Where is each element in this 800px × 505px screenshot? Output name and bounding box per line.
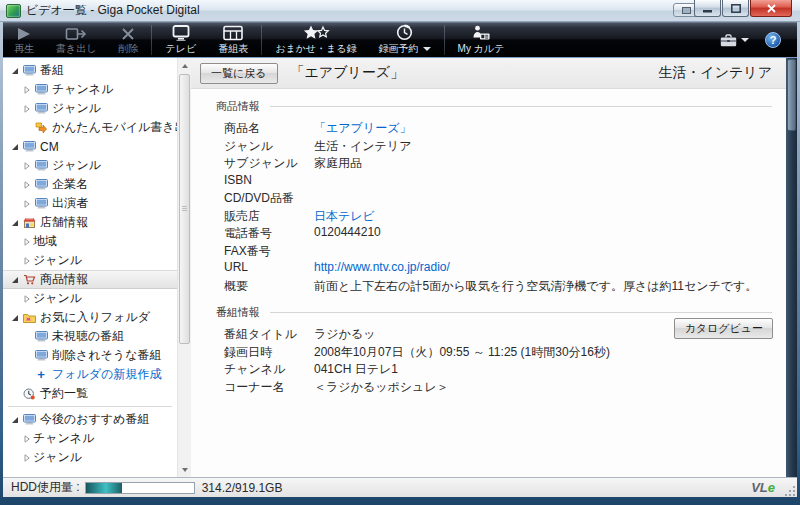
tree-collapsed-icon[interactable] — [21, 181, 33, 189]
program-info-section: 番組情報 番組タイトルラジかるッ録画日時2008年10月07日（火）09:55 … — [191, 295, 786, 396]
field-value-link[interactable]: http://www.ntv.co.jp/radio/ — [314, 260, 450, 274]
detail-panel: 一覧に戻る 「エアブリーズ」 生活・インテリア 商品情報 商品名「エアブリーズ」… — [191, 58, 786, 477]
field-value-link[interactable]: 「エアブリーズ」 — [314, 120, 411, 137]
monitor-icon — [21, 65, 37, 76]
tree-collapsed-icon[interactable] — [21, 238, 33, 246]
sidebar-item-7[interactable]: 出演者 — [3, 194, 177, 213]
tree-collapsed-icon[interactable] — [21, 435, 33, 443]
sidebar-item-4[interactable]: CM — [3, 137, 177, 156]
delete-button[interactable]: 削除 — [107, 23, 149, 57]
field-row: 概要前面と上下左右の計5面から吸気を行う空気清浄機です。厚さは約11センチです。 — [191, 278, 786, 296]
section-rule — [270, 312, 772, 313]
monitor-icon — [21, 141, 37, 152]
plus-icon: + — [33, 370, 49, 380]
omakase-record-button[interactable]: おまかせ・まる録 — [264, 23, 367, 57]
tree-collapsed-icon[interactable] — [21, 162, 33, 170]
maximize-icon — [731, 4, 741, 13]
sidebar-item-label: ジャンル — [33, 449, 82, 466]
sidebar-item-5[interactable]: ジャンル — [3, 156, 177, 175]
favorites-folder-icon — [21, 312, 37, 323]
sidebar-item-1[interactable]: チャンネル — [3, 80, 177, 99]
sidebar-item-12[interactable]: ジャンル — [3, 289, 177, 308]
play-button[interactable]: 再生 — [3, 23, 45, 57]
tv-button[interactable]: テレビ — [154, 23, 207, 57]
tree-collapsed-icon[interactable] — [21, 257, 33, 265]
sidebar-item-17[interactable]: 予約一覧 — [3, 384, 177, 403]
catalog-view-button[interactable]: カタログビュー — [674, 318, 773, 339]
scroll-up-button[interactable] — [178, 58, 191, 73]
sidebar-item-21[interactable]: ジャンル — [3, 448, 177, 467]
sidebar-scrollbar[interactable] — [177, 58, 191, 477]
mobile-export-icon — [33, 122, 49, 133]
tree-collapsed-icon[interactable] — [21, 295, 33, 303]
field-label: コーナー名 — [224, 379, 314, 396]
sidebar-item-10[interactable]: ジャンル — [3, 251, 177, 270]
tree-collapsed-icon[interactable] — [21, 86, 33, 94]
tools-menu-button[interactable] — [720, 34, 749, 47]
content-scrollbar[interactable] — [786, 58, 797, 477]
field-value: 前面と上下左右の計5面から吸気を行う空気清浄機です。厚さは約11センチです。 — [314, 278, 757, 295]
sidebar-item-3[interactable]: かんたんモバイル書き出し — [3, 118, 177, 137]
field-label: 録画日時 — [224, 344, 314, 361]
cart-icon — [21, 274, 37, 285]
section-rule — [270, 106, 772, 107]
sidebar-item-9[interactable]: 地域 — [3, 232, 177, 251]
tree-collapsed-icon[interactable] — [21, 454, 33, 462]
my-karte-button[interactable]: My カルテ — [447, 23, 516, 57]
program-guide-button[interactable]: 番組表 — [207, 23, 259, 57]
sidebar-item-8[interactable]: 店舗情報 — [3, 213, 177, 232]
maximize-button[interactable] — [722, 0, 749, 17]
sidebar-item-2[interactable]: ジャンル — [3, 99, 177, 118]
sidebar-item-label: ジャンル — [33, 252, 82, 269]
sidebar-item-0[interactable]: 番組 — [3, 61, 177, 80]
field-value: 2008年10月07日（火）09:55 ～ 11:25 (1時間30分16秒) — [314, 344, 610, 361]
store-icon — [21, 217, 37, 228]
field-row: URLhttp://www.ntv.co.jp/radio/ — [191, 260, 786, 278]
tree-expanded-icon[interactable] — [9, 314, 21, 322]
sidebar-item-6[interactable]: 企業名 — [3, 175, 177, 194]
field-value-link[interactable]: 日本テレビ — [314, 208, 375, 225]
monitor-icon — [33, 84, 49, 95]
field-value: 0120444210 — [314, 225, 381, 239]
tree-expanded-icon[interactable] — [9, 219, 21, 227]
main-toolbar: 再生 書き出し 削除 テレビ 番組表 おまかせ・まる録 録画予約 — [3, 22, 797, 57]
field-label: 電話番号 — [224, 225, 314, 242]
person-card-icon — [471, 24, 491, 41]
tree-expanded-icon[interactable] — [9, 67, 21, 75]
scrollbar-thumb[interactable] — [787, 59, 796, 131]
toolbar-separator — [444, 25, 445, 55]
hdd-usage-label: HDD使用量 : — [11, 479, 80, 496]
sidebar-item-label: 商品情報 — [40, 271, 88, 288]
field-row: 電話番号0120444210 — [191, 225, 786, 243]
sidebar-item-label: 店舗情報 — [40, 214, 88, 231]
reserve-clock-icon — [21, 388, 37, 400]
record-reserve-button[interactable]: 録画予約 — [368, 23, 442, 57]
help-button[interactable]: ? — [765, 32, 781, 48]
tree-expanded-icon[interactable] — [9, 276, 21, 284]
sidebar-item-13[interactable]: お気に入りフォルダ — [3, 308, 177, 327]
tree-expanded-icon[interactable] — [9, 143, 21, 151]
play-icon — [16, 24, 32, 41]
tree-collapsed-icon[interactable] — [21, 105, 33, 113]
sidebar-item-19[interactable]: 今後のおすすめ番組 — [3, 410, 177, 429]
sidebar-item-15[interactable]: 削除されそうな番組 — [3, 346, 177, 365]
sidebar-item-11[interactable]: 商品情報 — [3, 270, 177, 289]
monitor-icon — [21, 414, 37, 425]
sidebar-item-14[interactable]: 未視聴の番組 — [3, 327, 177, 346]
field-value: 生活・インテリア — [314, 138, 411, 155]
field-value: ＜ラジかるッポシュレ＞ — [314, 379, 449, 396]
field-row: FAX番号 — [191, 243, 786, 261]
scroll-down-button[interactable] — [178, 462, 191, 477]
scrollbar-thumb[interactable] — [179, 74, 190, 344]
sidebar-item-20[interactable]: チャンネル — [3, 429, 177, 448]
close-button[interactable] — [750, 0, 792, 17]
tree-collapsed-icon[interactable] — [21, 200, 33, 208]
minimize-button[interactable] — [694, 0, 721, 17]
sidebar-item-label: 今後のおすすめ番組 — [40, 411, 149, 428]
back-to-list-button[interactable]: 一覧に戻る — [200, 63, 278, 84]
sidebar-item-16[interactable]: +フォルダの新規作成 — [3, 365, 177, 384]
export-button[interactable]: 書き出し — [45, 23, 107, 57]
delete-icon — [121, 24, 135, 41]
tree-expanded-icon[interactable] — [9, 416, 21, 424]
resize-grip[interactable] — [785, 485, 796, 496]
